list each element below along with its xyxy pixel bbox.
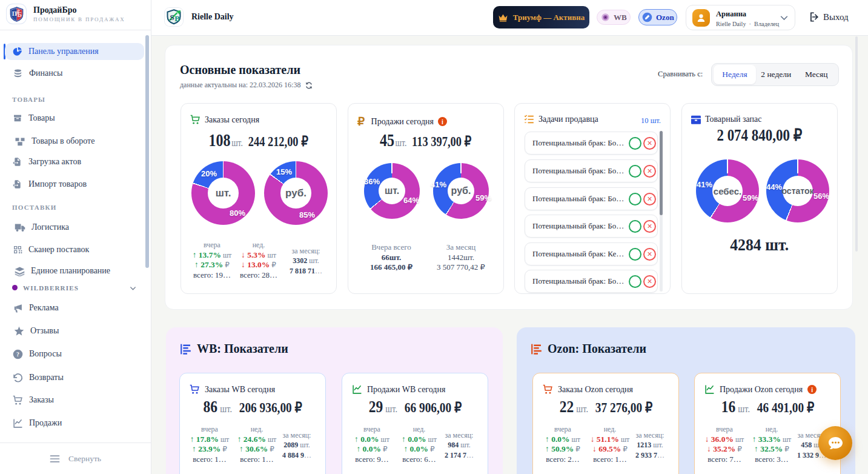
svg-text:?: ? (16, 351, 19, 358)
svg-text:S: S (170, 13, 174, 22)
svg-text:П: П (12, 10, 16, 17)
svg-text:B: B (174, 14, 180, 23)
